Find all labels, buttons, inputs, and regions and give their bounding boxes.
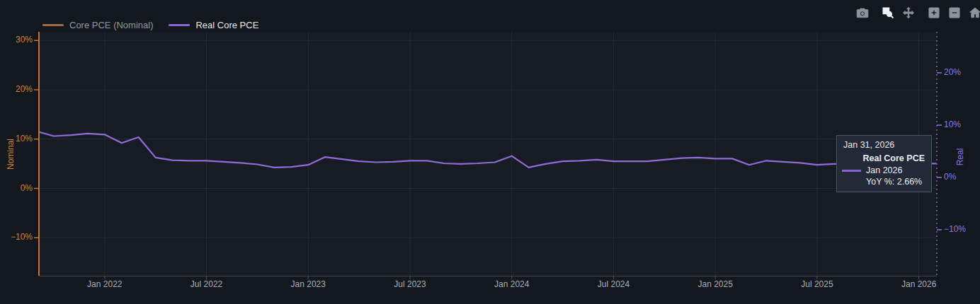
right-axis-tick-label: 20% — [944, 67, 961, 77]
legend-item-label: Real Core PCE — [195, 20, 258, 30]
legend-line-swatch — [169, 24, 190, 26]
tooltip-date: Jan 31, 2026 — [843, 140, 925, 150]
left-axis-tick-label: 10% — [0, 134, 33, 144]
zoom-out-icon[interactable] — [946, 4, 963, 21]
box-zoom-icon[interactable] — [879, 4, 896, 21]
right-axis-title: Real — [955, 148, 965, 166]
left-axis-tick-label: 0% — [0, 183, 33, 193]
plot-toolbar — [854, 4, 980, 21]
home-icon[interactable] — [967, 4, 980, 21]
legend-item-core-pce-nominal-[interactable]: Core PCE (Nominal) — [42, 20, 153, 30]
legend-item-real-core-pce[interactable]: Real Core PCE — [169, 20, 258, 30]
plot-background[interactable] — [39, 32, 937, 276]
x-axis-tick-label: Jan 2024 — [480, 279, 544, 289]
camera-icon[interactable] — [854, 4, 871, 21]
zoom-in-icon[interactable] — [925, 4, 942, 21]
left-axis-tick-label: −10% — [0, 232, 33, 242]
x-axis-tick-label: Jul 2022 — [175, 279, 239, 289]
right-axis-tick-label: 10% — [944, 119, 961, 129]
pan-icon[interactable] — [900, 4, 917, 21]
legend-line-swatch — [42, 24, 64, 26]
x-axis-tick-label: Jul 2025 — [785, 279, 849, 289]
tooltip-series-name: Real Core PCE — [843, 153, 925, 163]
right-axis-tick-label: 0% — [944, 172, 956, 182]
tooltip-value: YoY %: 2.66% — [866, 177, 925, 187]
left-axis-tick-label: 20% — [0, 84, 33, 94]
x-axis-tick-label: Jan 2026 — [887, 279, 951, 289]
right-axis-tick-label: −10% — [944, 224, 966, 234]
x-axis-tick-label: Jan 2025 — [683, 279, 747, 289]
x-axis-tick-label: Jan 2022 — [73, 279, 137, 289]
x-axis-tick-label: Jul 2024 — [581, 279, 645, 289]
tooltip-line-swatch — [842, 170, 861, 172]
x-axis-tick-label: Jan 2023 — [276, 279, 340, 289]
chart-canvas: Core PCE (Nominal)Real Core PCE Nominal … — [0, 0, 980, 304]
legend: Core PCE (Nominal)Real Core PCE — [42, 20, 274, 30]
x-axis-tick-label: Jul 2023 — [378, 279, 442, 289]
tooltip-point-label: Jan 2026 — [866, 165, 902, 175]
hover-tooltip: Jan 31, 2026 Real Core PCE Jan 2026 YoY … — [836, 135, 932, 192]
left-axis-tick-label: 30% — [0, 35, 33, 45]
plot-area[interactable] — [0, 0, 980, 304]
legend-item-label: Core PCE (Nominal) — [69, 20, 153, 30]
